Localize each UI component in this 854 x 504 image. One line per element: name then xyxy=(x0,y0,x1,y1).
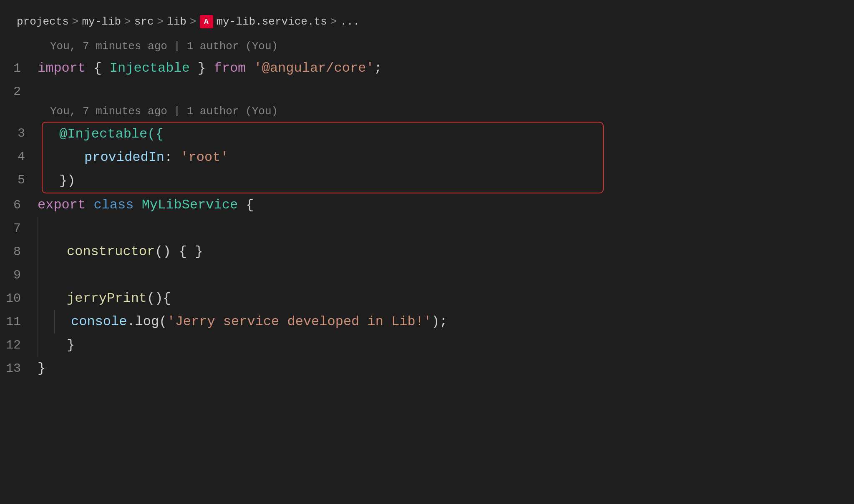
code-line-5: }) xyxy=(51,169,595,193)
highlight-line-numbers: 3 4 5 xyxy=(0,122,33,192)
token-close-13: } xyxy=(38,357,45,380)
code-line-12: 12 } xyxy=(0,333,854,357)
code-line-8: 8 constructor () { } xyxy=(0,240,854,263)
line-number-11: 11 xyxy=(0,310,33,333)
token-jerryprint: jerryPrint xyxy=(67,287,147,310)
token-injectable: Injectable xyxy=(110,57,190,80)
breadcrumb-sep-2: > xyxy=(124,15,131,28)
token-brace-close: } xyxy=(190,57,214,80)
token-semi: ; xyxy=(374,57,382,80)
token-import: import xyxy=(38,57,86,80)
line-content-13: } xyxy=(33,357,45,380)
token-space-6a xyxy=(86,193,93,217)
editor-container: projects > my-lib > src > lib > A my-lib… xyxy=(0,0,854,405)
line-number-9: 9 xyxy=(0,263,33,287)
code-line-1: 1 import { Injectable } from '@angular/c… xyxy=(0,57,854,80)
line-content-1: import { Injectable } from '@angular/cor… xyxy=(33,57,382,80)
token-classname: MyLibService xyxy=(142,193,238,217)
breadcrumb-sep-5: > xyxy=(330,15,337,28)
breadcrumb-projects[interactable]: projects xyxy=(17,15,69,28)
line-content-6: export class MyLibService { xyxy=(33,193,254,217)
line-content-3: @Injectable({ xyxy=(51,123,164,146)
token-space xyxy=(246,57,254,80)
highlight-box: @Injectable({ providedIn : 'root' }) xyxy=(42,122,604,193)
line-number-2: 2 xyxy=(0,80,33,103)
breadcrumb-ellipsis: ... xyxy=(340,15,360,28)
token-close-brace: }) xyxy=(59,169,75,193)
token-close-12: } xyxy=(67,333,75,357)
code-line-2: 2 xyxy=(0,80,854,103)
line-content-8: constructor () { } xyxy=(33,240,203,263)
code-line-7: 7 xyxy=(0,217,854,240)
code-area: You, 7 minutes ago | 1 author (You) 1 im… xyxy=(0,38,854,397)
token-brace-open: { xyxy=(86,57,110,80)
token-open-brace-6: { xyxy=(238,193,254,217)
line-number-7: 7 xyxy=(0,217,33,240)
line-number-4: 4 xyxy=(0,145,33,168)
breadcrumb-filename[interactable]: my-lib.service.ts xyxy=(217,15,327,28)
line-content-4: providedIn : 'root' xyxy=(51,146,229,169)
code-line-6: 6 export class MyLibService { xyxy=(0,193,854,217)
line-number-13: 13 xyxy=(0,357,33,380)
token-constructor-rest: () { } xyxy=(155,240,203,263)
line-number-3: 3 xyxy=(0,122,33,145)
token-class: class xyxy=(93,193,134,217)
line-number-5: 5 xyxy=(0,168,33,192)
line-number-8: 8 xyxy=(0,240,33,263)
highlighted-block-container: 3 4 5 @Injectable({ providedIn : xyxy=(42,122,604,193)
line-number-12: 12 xyxy=(0,333,33,357)
token-at-injectable: @Injectable({ xyxy=(59,123,164,146)
angular-icon: A xyxy=(200,15,213,28)
git-blame-2: You, 7 minutes ago | 1 author (You) xyxy=(0,103,854,121)
line-number-10: 10 xyxy=(0,287,33,310)
breadcrumb-src[interactable]: src xyxy=(134,15,154,28)
line-content-5: }) xyxy=(51,169,75,193)
breadcrumb-sep-1: > xyxy=(72,15,79,28)
line-number-6: 6 xyxy=(0,193,33,217)
code-line-4: providedIn : 'root' xyxy=(51,146,595,169)
token-export: export xyxy=(38,193,86,217)
code-line-11: 11 console .log( 'Jerry service develope… xyxy=(0,310,854,333)
token-from: from xyxy=(214,57,246,80)
token-console-end: ); xyxy=(431,310,447,333)
token-dot-log: .log( xyxy=(127,310,167,333)
code-line-9: 9 xyxy=(0,263,854,287)
line-content-11: console .log( 'Jerry service developed i… xyxy=(33,310,448,333)
breadcrumb: projects > my-lib > src > lib > A my-lib… xyxy=(0,8,854,38)
breadcrumb-lib[interactable]: lib xyxy=(167,15,186,28)
git-blame-1: You, 7 minutes ago | 1 author (You) xyxy=(0,38,854,56)
code-line-3: @Injectable({ xyxy=(51,123,595,146)
token-providedin: providedIn xyxy=(84,146,164,169)
code-line-13: 13 } xyxy=(0,357,854,380)
line-content-12: } xyxy=(33,333,75,357)
token-space-6b xyxy=(134,193,141,217)
line-content-10: jerryPrint (){ xyxy=(33,287,171,310)
code-line-10: 10 jerryPrint (){ xyxy=(0,287,854,310)
token-console: console xyxy=(71,310,127,333)
token-constructor: constructor xyxy=(67,240,155,263)
breadcrumb-mylib[interactable]: my-lib xyxy=(82,15,121,28)
token-colon: : xyxy=(164,146,180,169)
token-module: '@angular/core' xyxy=(254,57,374,80)
breadcrumb-sep-4: > xyxy=(190,15,196,28)
token-root: 'root' xyxy=(180,146,228,169)
line-number-1: 1 xyxy=(0,57,33,80)
token-console-string: 'Jerry service developed in Lib!' xyxy=(167,310,431,333)
breadcrumb-sep-3: > xyxy=(157,15,164,28)
token-jerryprint-rest: (){ xyxy=(147,287,171,310)
